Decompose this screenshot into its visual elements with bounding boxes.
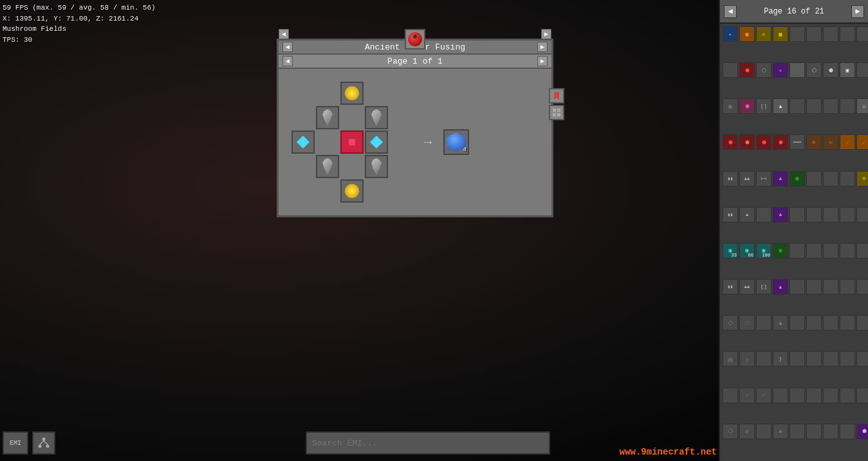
- emi-item-13[interactable]: ◈: [773, 62, 788, 78]
- emi-item-86[interactable]: [790, 351, 805, 366]
- emi-item-1[interactable]: ▪: [723, 26, 738, 42]
- emi-item-50[interactable]: [790, 207, 805, 222]
- emi-item-82[interactable]: ╔╗: [723, 351, 738, 366]
- recipe-next-category-btn[interactable]: ▶: [541, 29, 551, 39]
- emi-item-75[interactable]: [756, 315, 771, 330]
- emi-item-99[interactable]: [856, 388, 868, 403]
- emi-prev-page-btn[interactable]: ◀: [724, 5, 737, 18]
- emi-item-60[interactable]: [806, 243, 822, 258]
- emi-item-28[interactable]: ⬟: [723, 134, 738, 150]
- emi-item-94[interactable]: [773, 388, 788, 403]
- emi-item-22[interactable]: ▲: [773, 98, 788, 114]
- emi-item-36[interactable]: ⟋: [856, 134, 868, 150]
- emi-item-71[interactable]: [840, 279, 855, 294]
- emi-item-17[interactable]: ▣: [840, 62, 855, 78]
- emi-item-19[interactable]: ▨: [723, 98, 738, 114]
- emi-item-73[interactable]: ⬡: [723, 315, 738, 330]
- emi-item-76[interactable]: ▲: [773, 315, 788, 330]
- recipe-prev-category-btn[interactable]: ◀: [279, 29, 289, 39]
- search-input[interactable]: [312, 438, 544, 448]
- emi-item-84[interactable]: [756, 351, 771, 366]
- emi-item-24[interactable]: [806, 98, 822, 114]
- emi-item-14[interactable]: [790, 62, 805, 78]
- emi-item-38[interactable]: ▲▲: [739, 171, 755, 186]
- emi-item-6[interactable]: [806, 26, 822, 42]
- recipe-title-prev-btn[interactable]: ◀: [282, 42, 293, 52]
- emi-item-7[interactable]: [823, 26, 838, 42]
- emi-item-89[interactable]: [840, 351, 855, 366]
- emi-item-51[interactable]: [806, 207, 822, 222]
- emi-item-41[interactable]: ▣: [790, 171, 805, 186]
- emi-item-37[interactable]: ▮▮: [723, 171, 738, 186]
- emi-item-69[interactable]: [806, 279, 822, 294]
- emi-item-58[interactable]: ▣: [773, 243, 788, 258]
- emi-item-107[interactable]: [840, 424, 855, 439]
- emi-item-52[interactable]: [823, 207, 838, 222]
- emi-item-105[interactable]: [806, 424, 822, 439]
- emi-item-15[interactable]: ⬡: [806, 62, 822, 78]
- emi-item-106[interactable]: [823, 424, 838, 439]
- emi-item-57[interactable]: ▣100: [756, 243, 771, 258]
- emi-item-9[interactable]: [856, 26, 868, 42]
- emi-item-32[interactable]: ═══: [790, 134, 805, 150]
- emi-item-81[interactable]: [856, 315, 868, 330]
- emi-item-91[interactable]: [723, 388, 738, 403]
- emi-item-46[interactable]: ▮▮: [723, 207, 738, 222]
- network-button[interactable]: [32, 431, 55, 455]
- emi-item-104[interactable]: [790, 424, 805, 439]
- search-bar[interactable]: [306, 431, 550, 455]
- emi-item-64[interactable]: ▮▮: [723, 279, 738, 294]
- emi-item-59[interactable]: [790, 243, 805, 258]
- emi-item-23[interactable]: [790, 98, 805, 114]
- emi-item-31[interactable]: ⬟: [773, 134, 788, 150]
- emi-item-68[interactable]: [790, 279, 805, 294]
- emi-item-97[interactable]: [823, 388, 838, 403]
- emi-item-85[interactable]: ⟩: [773, 351, 788, 366]
- emi-item-61[interactable]: [823, 243, 838, 258]
- emi-item-33[interactable]: ≡: [806, 134, 822, 150]
- emi-item-66[interactable]: ⟦⟧: [756, 279, 771, 294]
- emi-item-65[interactable]: ▲▲: [739, 279, 755, 294]
- recipe-title-next-btn[interactable]: ▶: [537, 42, 548, 52]
- emi-item-4[interactable]: ▦: [773, 26, 788, 42]
- emi-item-11[interactable]: ⬟: [739, 62, 755, 78]
- emi-item-12[interactable]: ⬡: [756, 62, 771, 78]
- emi-item-63[interactable]: [856, 243, 868, 258]
- emi-item-49[interactable]: ▲: [773, 207, 788, 222]
- grid-view-btn[interactable]: [549, 105, 564, 120]
- recipe-page-next-btn[interactable]: ▶: [537, 56, 548, 66]
- recipe-page-prev-btn[interactable]: ◀: [282, 56, 293, 66]
- emi-item-20[interactable]: ⬟: [739, 98, 755, 114]
- emi-item-74[interactable]: ⬡: [739, 315, 755, 330]
- emi-item-34[interactable]: ═: [823, 134, 838, 150]
- emi-button[interactable]: EMI: [3, 431, 28, 455]
- emi-item-18[interactable]: [856, 62, 868, 78]
- emi-item-67[interactable]: ▲: [773, 279, 788, 294]
- emi-item-78[interactable]: [806, 315, 822, 330]
- emi-item-5[interactable]: [790, 26, 805, 42]
- emi-item-35[interactable]: ⟋: [840, 134, 855, 150]
- bookmark-btn[interactable]: [549, 88, 564, 104]
- emi-item-56[interactable]: ▣66: [739, 243, 755, 258]
- emi-item-92[interactable]: ⟋: [739, 388, 755, 403]
- emi-item-29[interactable]: ⬟: [739, 134, 755, 150]
- emi-item-8[interactable]: [840, 26, 855, 42]
- emi-item-39[interactable]: ⊢⊣: [756, 171, 771, 186]
- emi-item-77[interactable]: [790, 315, 805, 330]
- emi-item-98[interactable]: [840, 388, 855, 403]
- result-slot[interactable]: 4: [443, 129, 469, 155]
- emi-item-30[interactable]: ⬟: [756, 134, 771, 150]
- emi-item-48[interactable]: [756, 207, 771, 222]
- emi-item-96[interactable]: [806, 388, 822, 403]
- emi-item-100[interactable]: ⬡: [723, 424, 738, 439]
- emi-item-93[interactable]: ⟋: [756, 388, 771, 403]
- emi-item-72[interactable]: [856, 279, 868, 294]
- emi-next-page-btn[interactable]: ▶: [851, 5, 864, 18]
- emi-item-79[interactable]: [823, 315, 838, 330]
- emi-item-42[interactable]: [806, 171, 822, 186]
- emi-item-43[interactable]: [823, 171, 838, 186]
- emi-item-80[interactable]: [840, 315, 855, 330]
- emi-item-55[interactable]: ▣33: [723, 243, 738, 258]
- emi-item-10[interactable]: [723, 62, 738, 78]
- emi-item-102[interactable]: [756, 424, 771, 439]
